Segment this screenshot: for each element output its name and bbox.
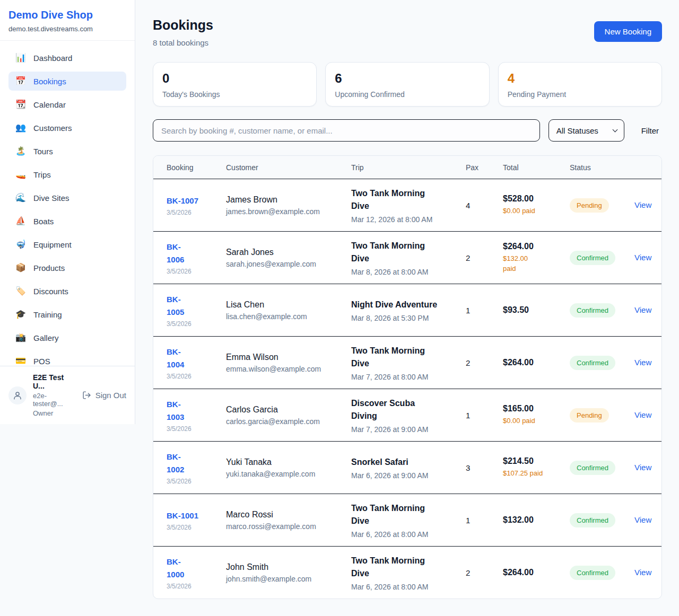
booking-id-link[interactable]: BK- 1004	[167, 346, 220, 371]
status-badge: Pending	[570, 198, 609, 213]
pax-count: 1	[466, 516, 503, 525]
sidebar-item-dashboard[interactable]: 📊 Dashboard	[8, 48, 126, 67]
view-link[interactable]: View	[628, 568, 651, 577]
booking-date: 3/5/2026	[167, 425, 220, 433]
dashboard-icon: 📊	[15, 54, 26, 62]
sidebar-item-equipment[interactable]: 🤿 Equipment	[8, 235, 126, 254]
table-row: BK- 1005 3/5/2026 Lisa Chen lisa.chen@ex…	[153, 284, 661, 336]
customer-name: Marco Rossi	[226, 510, 345, 520]
trip-name: Two Tank Morning Dive	[351, 187, 459, 213]
total-amount: $132.00	[503, 515, 563, 525]
sidebar-item-label: Gallery	[33, 333, 59, 342]
sidebar-item-pos[interactable]: 💳 POS	[8, 351, 126, 366]
total-amount: $93.50	[503, 305, 563, 315]
booking-date: 3/5/2026	[167, 524, 220, 531]
customer-name: Carlos Garcia	[226, 405, 345, 415]
sign-out-button[interactable]: Sign Out	[82, 391, 126, 400]
booking-id-link[interactable]: BK- 1000	[167, 556, 220, 581]
pax-count: 1	[466, 306, 503, 315]
sidebar-item-calendar[interactable]: 📆 Calendar	[8, 95, 126, 114]
pax-count: 2	[466, 358, 503, 367]
paid-amount: $0.00 paid	[503, 206, 563, 216]
view-link[interactable]: View	[628, 305, 651, 314]
sidebar-item-trips[interactable]: 🚤 Trips	[8, 165, 126, 184]
customer-email: john.smith@example.com	[226, 575, 345, 583]
avatar	[8, 386, 27, 404]
search-input[interactable]	[153, 119, 540, 142]
stat-value: 6	[335, 72, 480, 85]
brand-name: Demo Dive Shop	[8, 9, 126, 21]
sidebar-item-gallery[interactable]: 📸 Gallery	[8, 328, 126, 347]
column-header-trip: Trip	[351, 163, 466, 172]
trip-name: Night Dive Adventure	[351, 298, 459, 311]
sidebar-item-training[interactable]: 🎓 Training	[8, 305, 126, 324]
booking-id-link[interactable]: BK- 1003	[167, 398, 220, 424]
trip-name: Snorkel Safari	[351, 456, 459, 469]
sidebar-item-label: Calendar	[33, 100, 66, 109]
stat-label: Upcoming Confirmed	[335, 90, 480, 99]
table-row: BK-1001 3/5/2026 Marco Rossi marco.rossi…	[153, 494, 661, 546]
table-row: BK- 1002 3/5/2026 Yuki Tanaka yuki.tanak…	[153, 441, 661, 494]
booking-id-link[interactable]: BK- 1002	[167, 451, 220, 476]
dive-sites-icon: 🌊	[15, 193, 26, 202]
view-link[interactable]: View	[628, 410, 651, 419]
sidebar-item-dive-sites[interactable]: 🌊 Dive Sites	[8, 188, 126, 207]
user-info: E2E Test U... e2e-tester@... Owner	[33, 373, 76, 417]
paid-amount: $132.00 paid	[503, 254, 563, 274]
sidebar-item-label: Trips	[33, 170, 51, 179]
stat-card: 4 Pending Payment	[498, 62, 662, 107]
column-header-pax: Pax	[466, 163, 503, 172]
booking-id-link[interactable]: BK- 1006	[167, 241, 220, 266]
sidebar-item-label: Discounts	[33, 287, 68, 296]
customer-email: marco.rossi@example.com	[226, 522, 345, 531]
logout-icon	[82, 391, 91, 400]
table-row: BK- 1000 3/5/2026 John Smith john.smith@…	[153, 546, 661, 599]
total-amount: $214.50	[503, 456, 563, 466]
pax-count: 2	[466, 568, 503, 577]
user-name: E2E Test U...	[33, 373, 76, 390]
user-icon	[13, 391, 22, 400]
page-header: Bookings 8 total bookings New Booking	[153, 17, 662, 47]
sidebar-item-boats[interactable]: ⛵ Boats	[8, 212, 126, 231]
view-link[interactable]: View	[628, 200, 651, 209]
sidebar-item-products[interactable]: 📦 Products	[8, 258, 126, 277]
customer-name: Lisa Chen	[226, 300, 345, 310]
table-row: BK- 1006 3/5/2026 Sarah Jones sarah.jone…	[153, 231, 661, 284]
sidebar-item-label: Dive Sites	[33, 193, 69, 203]
training-icon: 🎓	[15, 310, 26, 319]
status-badge: Confirmed	[570, 513, 615, 527]
table-row: BK-1007 3/5/2026 James Brown james.brown…	[153, 179, 661, 231]
table-row: BK- 1003 3/5/2026 Carlos Garcia carlos.g…	[153, 389, 661, 441]
booking-id-link[interactable]: BK-1007	[167, 195, 220, 207]
column-header-booking: Booking	[153, 163, 226, 172]
sign-out-label: Sign Out	[95, 391, 126, 400]
stats-row: 0 Today's Bookings 6 Upcoming Confirmed …	[153, 62, 662, 107]
booking-id-link[interactable]: BK- 1005	[167, 293, 220, 319]
view-link[interactable]: View	[628, 253, 651, 262]
total-amount: $528.00	[503, 194, 563, 204]
products-icon: 📦	[15, 263, 26, 272]
gallery-icon: 📸	[15, 333, 26, 342]
trip-name: Two Tank Morning Dive	[351, 240, 459, 265]
customer-name: Emma Wilson	[226, 353, 345, 362]
view-link[interactable]: View	[628, 358, 651, 367]
trip-name: Two Tank Morning Dive	[351, 345, 459, 370]
filter-button[interactable]: Filter	[638, 126, 662, 135]
sidebar-item-discounts[interactable]: 🏷️ Discounts	[8, 281, 126, 301]
status-filter-select[interactable]: All Statuses	[549, 119, 624, 142]
discounts-icon: 🏷️	[15, 287, 26, 295]
view-link[interactable]: View	[628, 463, 651, 472]
view-link[interactable]: View	[628, 515, 651, 524]
booking-id-link[interactable]: BK-1001	[167, 509, 220, 522]
sidebar-item-label: Dashboard	[33, 54, 72, 63]
status-filter-value: All Statuses	[556, 126, 598, 135]
sidebar-item-tours[interactable]: 🏝️ Tours	[8, 142, 126, 161]
sidebar-item-bookings[interactable]: 📅 Bookings	[8, 72, 126, 91]
customer-name: James Brown	[226, 195, 345, 205]
sidebar-item-customers[interactable]: 👥 Customers	[8, 118, 126, 137]
status-badge: Confirmed	[570, 251, 615, 265]
sidebar-item-label: Bookings	[33, 77, 66, 86]
bookings-table: BookingCustomerTripPaxTotalStatus BK-100…	[153, 155, 662, 599]
new-booking-button[interactable]: New Booking	[594, 21, 662, 42]
stat-card: 6 Upcoming Confirmed	[325, 62, 489, 107]
